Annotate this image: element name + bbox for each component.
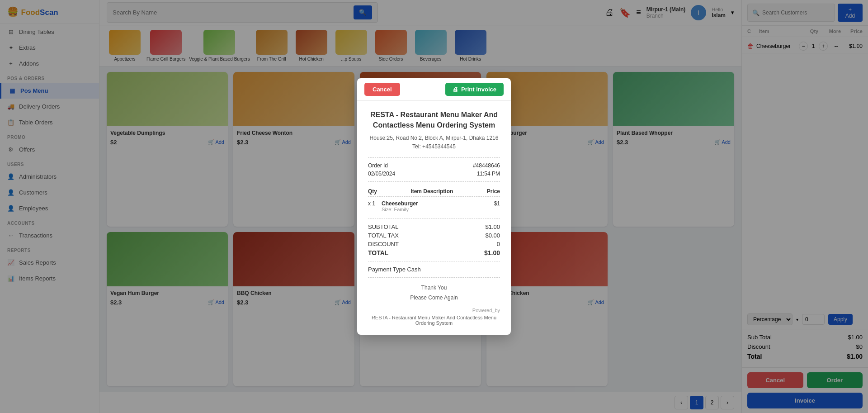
invoice-divider-5 <box>368 277 500 278</box>
invoice-modal: Cancel 🖨 Print Invoice RESTA - Restauran… <box>357 78 511 334</box>
col-price-header: Price <box>487 188 500 195</box>
col-desc-header: Item Description <box>410 188 453 195</box>
modal-header: Cancel 🖨 Print Invoice <box>357 78 511 101</box>
invoice-divider-3 <box>368 218 500 219</box>
invoice-order-id-row: Order Id #48448646 <box>368 162 500 169</box>
invoice-time: 11:54 PM <box>477 171 500 177</box>
invoice-tax: TOTAL TAX $0.00 <box>368 232 500 239</box>
invoice-divider-1 <box>368 157 500 158</box>
invoice-powered-by: Powered_by <box>368 308 500 313</box>
invoice-col-headers: Qty Item Description Price <box>368 186 500 197</box>
invoice-order-id: #48448646 <box>473 162 500 169</box>
invoice-address: House:25, Road No:2, Block A, Mirpur-1, … <box>368 134 500 151</box>
invoice-item-desc: Cheeseburger Size: Family <box>382 200 482 212</box>
invoice-item-qty: x 1 <box>368 200 382 207</box>
modal-overlay[interactable]: Cancel 🖨 Print Invoice RESTA - Restauran… <box>0 0 868 413</box>
invoice-total: TOTAL $1.00 <box>368 249 500 256</box>
invoice-title: RESTA - Restaurant Menu Maker And Contac… <box>368 110 500 130</box>
invoice-item-price: $1 <box>482 200 500 207</box>
print-icon: 🖨 <box>453 86 458 93</box>
invoice-thanks: Thank You Please Come Again <box>368 283 500 303</box>
invoice-date-row: 02/05/2024 11:54 PM <box>368 171 500 177</box>
invoice-divider-4 <box>368 261 500 261</box>
invoice-payment-type: Payment Type Cash <box>368 266 500 273</box>
invoice-item-row: x 1 Cheeseburger Size: Family $1 <box>368 199 500 214</box>
invoice-discount: DISCOUNT 0 <box>368 241 500 247</box>
invoice-subtotal: SUBTOTAL $1.00 <box>368 223 500 230</box>
invoice-divider-2 <box>368 181 500 182</box>
invoice-footer: RESTA - Restaurant Menu Maker And Contac… <box>368 315 500 326</box>
modal-print-button[interactable]: 🖨 Print Invoice <box>445 83 504 96</box>
invoice-order-id-label: Order Id <box>368 162 388 169</box>
col-qty-header: Qty <box>368 188 377 195</box>
modal-body: RESTA - Restaurant Menu Maker And Contac… <box>357 101 511 334</box>
invoice-date: 02/05/2024 <box>368 171 395 177</box>
modal-cancel-button[interactable]: Cancel <box>364 83 400 96</box>
